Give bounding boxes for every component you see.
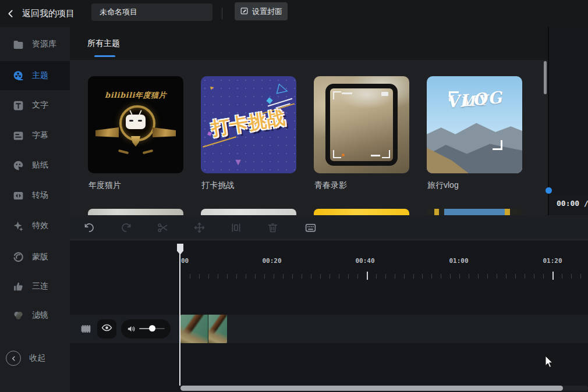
theme-card-title: 打卡挑战: [201, 180, 234, 191]
track-visibility-toggle[interactable]: [97, 319, 116, 338]
preview-seek-handle[interactable]: [546, 187, 552, 194]
track-volume-control[interactable]: [121, 319, 171, 338]
sidebar-item-library[interactable]: 资源库: [0, 30, 70, 59]
theme-card-checkin-challenge[interactable]: ▷ ▸ 打卡挑战 ▼: [201, 76, 296, 173]
undo-icon[interactable]: [83, 222, 95, 234]
sidebar-item-text[interactable]: 文字: [0, 91, 70, 120]
theme-card-partial[interactable]: [88, 209, 183, 215]
preview-control-bar: 00:00 /: [549, 192, 588, 215]
set-cover-label: 设置封面: [252, 6, 282, 17]
filmstrip-icon[interactable]: [80, 323, 92, 335]
sidebar-item-label: 蒙版: [32, 252, 48, 262]
timeline-panel: 00 00:20 00:40 01:00 01:20: [70, 215, 588, 392]
project-name-input[interactable]: [91, 3, 212, 21]
ruler-tick: [478, 274, 479, 279]
ruler-tick: [246, 274, 246, 279]
sidebar-item-triple[interactable]: 三连: [0, 272, 70, 301]
ruler-tick: [497, 274, 497, 279]
playhead-handle[interactable]: [177, 244, 183, 255]
theme-card-travel-vlog[interactable]: MY VLOG: [427, 76, 522, 173]
sidebar-item-label: 资源库: [32, 39, 56, 49]
mask-icon: [12, 251, 24, 263]
back-to-projects-button[interactable]: 返回我的项目: [6, 0, 75, 27]
themes-tabbar: 所有主题: [70, 27, 548, 60]
ruler-tick: [552, 272, 554, 280]
clip-thumbnail-frame: [208, 315, 227, 343]
folder-icon: [12, 38, 24, 51]
cut-icon[interactable]: [157, 222, 169, 234]
sidebar-item-filter[interactable]: 滤镜: [0, 301, 70, 330]
ruler-tick: [292, 274, 293, 279]
subtitle-icon: [12, 130, 24, 142]
sidebar-item-label: 贴纸: [32, 160, 48, 170]
themes-vertical-scrollbar[interactable]: [544, 61, 547, 94]
ruler-tick: [302, 274, 302, 279]
ruler-tick: [580, 274, 581, 279]
top-header: 返回我的项目 设置封面: [0, 0, 588, 27]
sidebar-item-effects[interactable]: 特效: [0, 211, 70, 240]
timeline-hscroll-thumb[interactable]: [180, 386, 563, 391]
collapse-label: 收起: [29, 353, 45, 364]
ruler-tick: [413, 274, 414, 279]
timeline-video-clip[interactable]: [180, 315, 227, 343]
set-cover-button[interactable]: 设置封面: [235, 2, 288, 20]
theme-card-title: 旅行vlog: [427, 180, 459, 191]
split-icon[interactable]: [230, 222, 242, 234]
left-sidebar: 资源库 主题 文字 字幕 贴纸: [0, 27, 70, 392]
sidebar-item-mask[interactable]: 蒙版: [0, 243, 70, 272]
timeline-toolbar: [70, 215, 588, 240]
theme-card-partial[interactable]: [201, 209, 296, 215]
collapse-sidebar-button[interactable]: 收起: [0, 344, 70, 373]
sidebar-item-transition[interactable]: 转场: [0, 181, 70, 210]
clip-thumbnail-frame: [180, 315, 208, 343]
ruler-tick: [227, 274, 228, 279]
volume-slider-handle[interactable]: [149, 325, 155, 332]
sidebar-item-label: 主题: [32, 70, 48, 81]
ruler-tick: [311, 274, 311, 279]
eye-icon: [101, 322, 112, 336]
ruler-tick: [506, 274, 506, 279]
theme-card-youth-recording[interactable]: [314, 76, 409, 173]
themes-panel: 所有主题 bilibili年度猫片 ▷ ▸: [70, 27, 548, 215]
ruler-tick: [395, 274, 395, 279]
filter-icon: [12, 309, 24, 322]
ruler-tick: [534, 274, 534, 279]
theme-card-partial[interactable]: [314, 209, 409, 215]
transition-icon: [12, 190, 24, 202]
sidebar-item-label: 特效: [32, 220, 48, 231]
edit-cover-icon: [240, 6, 249, 17]
tab-active-underline: [94, 55, 115, 57]
theme-card-partial[interactable]: [427, 209, 522, 215]
ruler-tick: [487, 274, 488, 279]
ruler-label: 00:20: [262, 257, 281, 265]
sidebar-item-subtitle[interactable]: 字幕: [0, 121, 70, 150]
back-chevron-icon: [6, 9, 16, 19]
purple-triangle-decoration: ▼: [233, 157, 243, 168]
thumbs-up-icon: [12, 280, 24, 293]
sidebar-item-theme[interactable]: 主题: [0, 61, 70, 90]
ruler-tick: [330, 274, 330, 279]
ruler-label: 01:00: [449, 257, 468, 265]
viewfinder-frame: [325, 84, 398, 166]
ruler-tick: [367, 272, 368, 280]
ruler-tick: [320, 274, 321, 279]
ruler-tick: [571, 274, 572, 279]
theme-art-text-line2: VLOG: [427, 86, 522, 113]
ruler-tick: [255, 274, 256, 279]
theme-card-annual-cat[interactable]: bilibili年度猫片: [88, 76, 183, 173]
ruler-label: 00: [181, 257, 189, 265]
sidebar-item-sticker[interactable]: 贴纸: [0, 151, 70, 180]
redo-icon[interactable]: [120, 222, 132, 234]
gold-shield: [131, 136, 140, 147]
blue-triangle-decoration: ▷: [275, 80, 290, 98]
move-icon[interactable]: [193, 222, 206, 234]
caption-icon[interactable]: [304, 222, 317, 234]
collapse-chevron-icon: [6, 351, 21, 366]
gold-ribbon-left: [95, 127, 119, 137]
ruler-tick: [190, 274, 190, 279]
tab-all-themes[interactable]: 所有主题: [87, 38, 120, 49]
laurel-right: [143, 149, 153, 154]
ruler-tick: [459, 274, 460, 279]
delete-icon[interactable]: [267, 222, 279, 234]
ruler-tick: [208, 274, 209, 279]
